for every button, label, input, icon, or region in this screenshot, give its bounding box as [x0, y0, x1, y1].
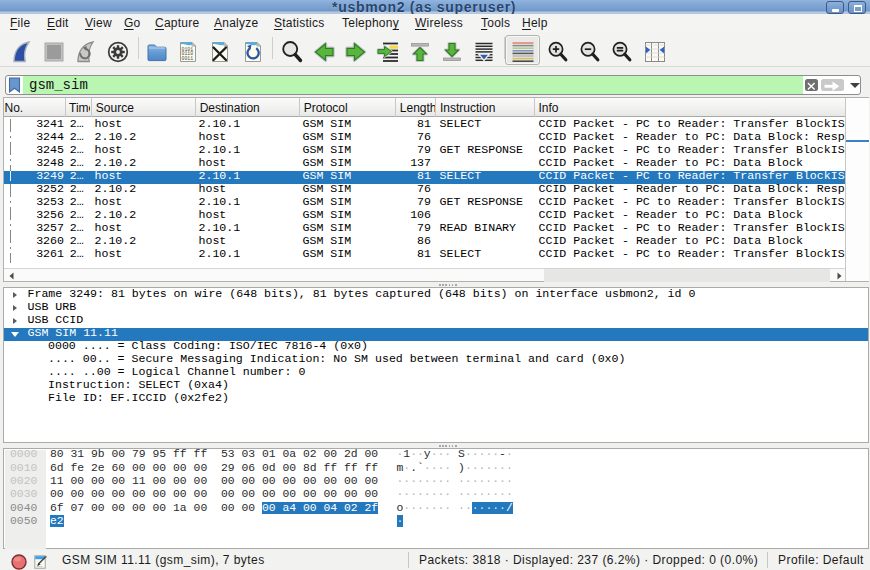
svg-text:0011: 0011	[182, 55, 194, 60]
